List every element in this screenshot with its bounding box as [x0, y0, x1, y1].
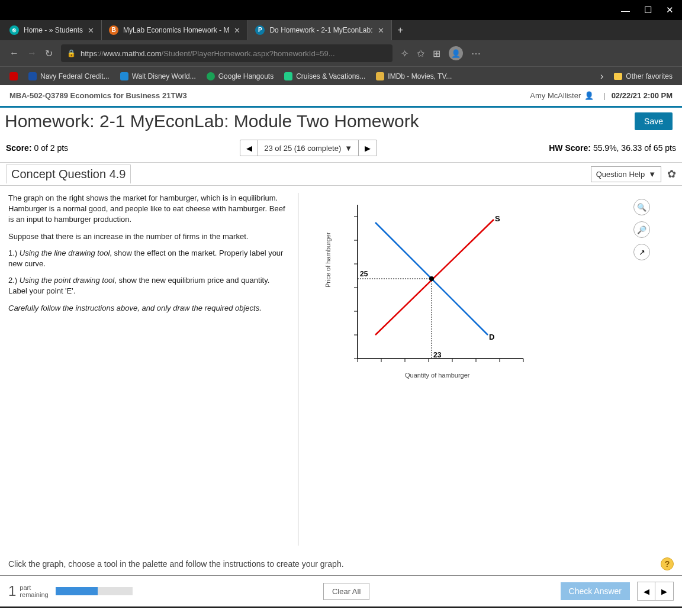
homework-title: Homework: 2-1 MyEconLab: Module Two Home…: [5, 111, 635, 131]
bookmark-icon: [28, 72, 37, 80]
zoom-in-icon[interactable]: 🔍: [633, 199, 650, 215]
tab-title: Do Homework - 2-1 MyEconLab:: [269, 26, 372, 34]
folder-icon: [614, 73, 622, 80]
bookmark-label: Google Hangouts: [218, 72, 274, 80]
x-axis-label: Quantity of hamburger: [405, 372, 469, 379]
clear-all-button[interactable]: Clear All: [323, 583, 369, 600]
progress-fill: [56, 587, 98, 595]
hint-bar: Click the graph, choose a tool in the pa…: [0, 553, 682, 575]
bookmark-icon: [207, 72, 215, 80]
lock-icon: 🔒: [67, 49, 76, 57]
bookmark-label: Cruises & Vacations...: [296, 72, 365, 80]
browser-tabbar: ⎋ Home - » Students ✕ B MyLab Economics …: [0, 20, 682, 40]
save-button[interactable]: Save: [635, 112, 673, 130]
bookmark-item[interactable]: Cruises & Vacations...: [284, 72, 365, 80]
paragraph: 1.) Using the line drawing tool, show th…: [8, 248, 289, 269]
browser-tab[interactable]: ⎋ Home - » Students ✕: [2, 20, 102, 40]
prev-question-button[interactable]: ◀: [240, 140, 258, 156]
question-body: The graph on the right shows the market …: [0, 186, 682, 553]
bookmark-label: Other favorites: [626, 72, 673, 80]
favicon-icon: P: [255, 25, 265, 35]
chevron-down-icon: ▼: [345, 144, 352, 153]
paragraph: The graph on the right shows the market …: [8, 193, 289, 225]
zoom-out-icon[interactable]: 🔎: [633, 221, 650, 238]
homework-score: HW Score: 55.9%, 36.33 of 65 pts: [549, 143, 676, 153]
bookmark-icon: [284, 72, 292, 80]
browser-tab[interactable]: B MyLab Economics Homework - M ✕: [102, 20, 248, 40]
tab-title: Home - » Students: [24, 26, 83, 34]
question-navigator: ◀ 23 of 25 (16 complete)▼ ▶: [240, 140, 377, 156]
parts-remaining: 1 partremaining: [8, 583, 49, 599]
window-minimize[interactable]: —: [621, 5, 630, 15]
bookmark-item[interactable]: Navy Federal Credit...: [28, 72, 110, 80]
chevron-down-icon: ▼: [648, 170, 656, 179]
graph-toolbar: 🔍 🔎 ↗: [633, 199, 650, 260]
read-aloud-icon[interactable]: ✧: [401, 48, 408, 59]
profile-avatar[interactable]: 👤: [449, 46, 463, 60]
y-axis-label: Price of hamburger: [324, 232, 332, 288]
favicon-icon: B: [109, 25, 118, 35]
bookmark-icon: [120, 72, 128, 80]
footer-nav: ◀ ▶: [637, 582, 674, 601]
bookmark-item[interactable]: Walt Disney World...: [120, 72, 196, 80]
new-tab-button[interactable]: +: [392, 20, 409, 40]
datetime: 02/22/21 2:00 PM: [612, 91, 673, 100]
help-icon[interactable]: ?: [661, 557, 674, 570]
url-field[interactable]: 🔒 https://www.mathxl.com/Student/PlayerH…: [61, 44, 393, 62]
bookmarks-overflow-icon[interactable]: ›: [600, 71, 603, 82]
question-title: Concept Question 4.9: [6, 165, 131, 183]
supply-label: S: [495, 214, 500, 223]
equilibrium-point: [429, 276, 434, 281]
refresh-icon[interactable]: ↻: [45, 48, 53, 59]
user-icon[interactable]: 👤: [584, 91, 594, 100]
check-answer-button[interactable]: Check Answer: [561, 582, 630, 600]
favorites-icon[interactable]: ✩: [417, 48, 424, 59]
paragraph: 2.) Using the point drawing tool, show t…: [8, 275, 289, 296]
graph-panel: 🔍 🔎 ↗ Price of hamburger Quantity of ham…: [298, 193, 674, 546]
demand-label: D: [489, 333, 494, 341]
question-score: Score: 0 of 2 pts: [6, 143, 68, 153]
supply-demand-graph[interactable]: Price of hamburger Quantity of hamburger: [334, 193, 535, 382]
bookmark-icon: [376, 72, 384, 80]
bottom-border: [0, 607, 682, 608]
window-close[interactable]: ✕: [666, 5, 674, 15]
bookmark-item[interactable]: [9, 72, 18, 80]
tab-close-icon[interactable]: ✕: [88, 26, 94, 35]
score-bar: Score: 0 of 2 pts ◀ 23 of 25 (16 complet…: [0, 137, 682, 163]
more-icon[interactable]: ⋯: [471, 48, 481, 59]
course-name: MBA-502-Q3789 Economics for Business 21T…: [9, 91, 530, 100]
x-value-label: 23: [433, 351, 442, 359]
hint-text: Click the graph, choose a tool in the pa…: [8, 559, 344, 569]
next-question-button[interactable]: ▶: [359, 140, 377, 156]
browser-tab-active[interactable]: P Do Homework - 2-1 MyEconLab: ✕: [248, 20, 391, 40]
tab-close-icon[interactable]: ✕: [234, 26, 240, 35]
forward-icon: →: [27, 48, 37, 59]
window-titlebar: — ☐ ✕: [0, 0, 682, 20]
question-help-button[interactable]: Question Help▼: [591, 166, 661, 182]
popout-icon[interactable]: ↗: [633, 244, 650, 260]
bookmark-item[interactable]: IMDb - Movies, TV...: [376, 72, 452, 80]
bookmarks-bar: Navy Federal Credit... Walt Disney World…: [0, 66, 682, 85]
bookmark-label: Navy Federal Credit...: [40, 72, 110, 80]
footer-prev-button[interactable]: ◀: [638, 582, 655, 600]
other-favorites[interactable]: Other favorites: [614, 72, 673, 80]
user-name: Amy McAllister: [530, 91, 581, 100]
parts-count: 1: [8, 583, 16, 599]
question-text: The graph on the right shows the market …: [8, 193, 298, 546]
question-dropdown[interactable]: 23 of 25 (16 complete)▼: [258, 140, 359, 156]
page-content: MBA-502-Q3789 Economics for Business 21T…: [0, 85, 682, 608]
separator: |: [603, 91, 605, 100]
nav-text: 23 of 25 (16 complete): [264, 144, 341, 153]
bookmark-label: Walt Disney World...: [132, 72, 196, 80]
tab-close-icon[interactable]: ✕: [378, 26, 384, 35]
supply-curve: [375, 220, 494, 335]
course-bar: MBA-502-Q3789 Economics for Business 21T…: [0, 85, 682, 106]
collections-icon[interactable]: ⊞: [433, 48, 440, 59]
bookmark-item[interactable]: Google Hangouts: [207, 72, 274, 80]
footer-next-button[interactable]: ▶: [655, 582, 673, 600]
back-icon[interactable]: ←: [9, 48, 19, 59]
window-maximize[interactable]: ☐: [644, 5, 652, 15]
settings-icon[interactable]: ✿: [667, 167, 676, 180]
progress-bar: [56, 587, 133, 595]
favicon-icon: ⎋: [9, 25, 19, 35]
